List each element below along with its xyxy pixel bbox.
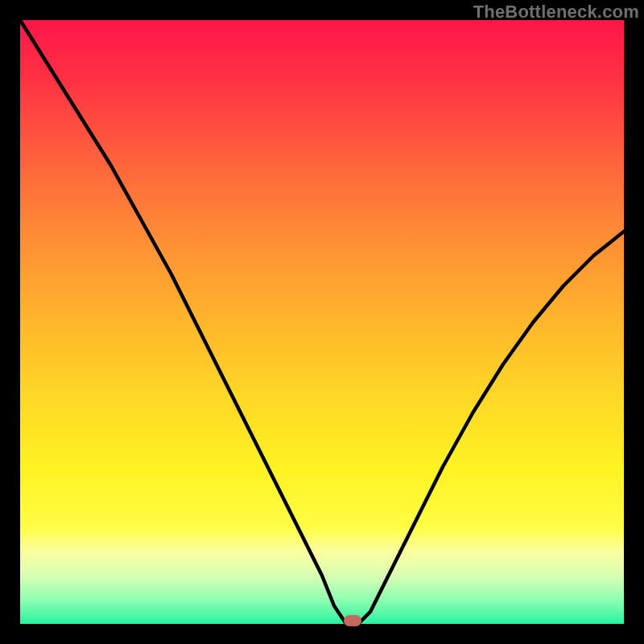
optimal-point-marker: [344, 615, 361, 626]
chart-frame: TheBottleneck.com: [0, 0, 644, 644]
curve-path: [20, 20, 624, 624]
plot-area: [20, 20, 624, 624]
bottleneck-curve: [20, 20, 624, 624]
